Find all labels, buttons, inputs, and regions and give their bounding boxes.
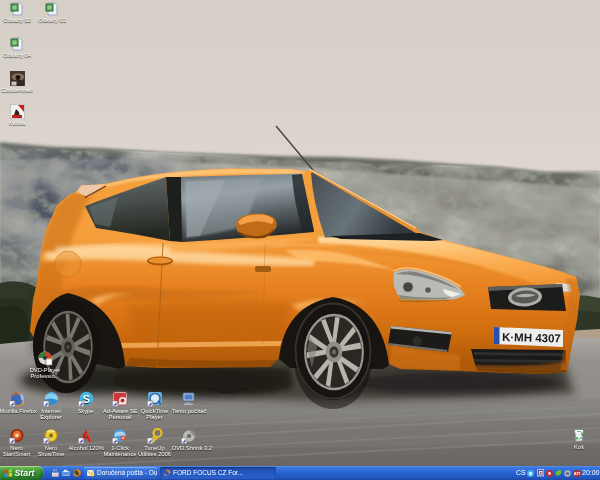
- svg-text:ATI: ATI: [573, 471, 579, 476]
- svg-text:K·MH 4307: K·MH 4307: [502, 331, 561, 345]
